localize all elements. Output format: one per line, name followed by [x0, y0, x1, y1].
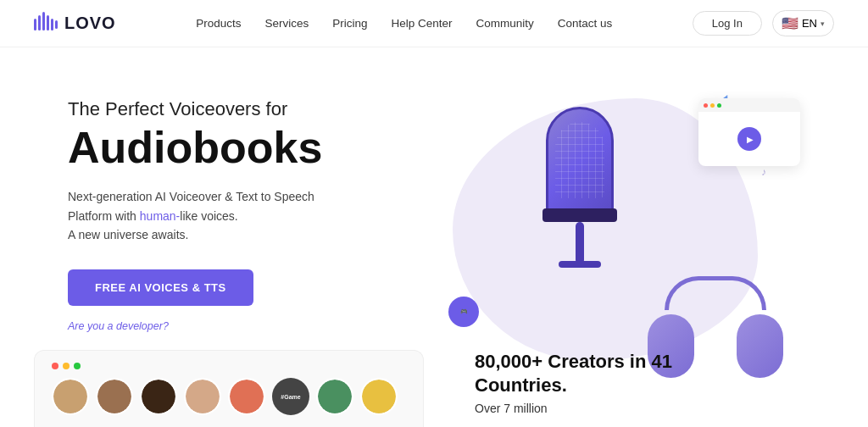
mic-base — [559, 261, 601, 268]
hero-desc-line1: Next-generation AI Voiceover & Text to S… — [68, 190, 314, 203]
hero-description: Next-generation AI Voiceover & Text to S… — [68, 187, 322, 244]
stats-subtitle: Over 7 million — [475, 402, 817, 415]
play-button-icon: ▶ — [737, 127, 761, 151]
nav-help[interactable]: Help Center — [391, 17, 452, 30]
svg-rect-1 — [38, 15, 41, 30]
svg-rect-2 — [42, 12, 45, 30]
avatar-3 — [140, 378, 177, 415]
avatar-1 — [52, 378, 89, 415]
logo[interactable]: LOVO — [34, 12, 116, 36]
win-dot-green — [74, 363, 81, 369]
nav-right: Log In 🇺🇸 EN ▾ — [693, 10, 834, 36]
hero-left: The Perfect Voiceovers for Audiobooks Ne… — [68, 90, 322, 333]
nav-community[interactable]: Community — [476, 17, 534, 30]
music-note-small-icon: ♪ — [761, 166, 766, 178]
logo-text: LOVO — [64, 14, 116, 33]
mic-grid — [555, 122, 604, 198]
headphone-band — [665, 276, 766, 310]
game-tag: #Game — [272, 378, 309, 415]
nav-products[interactable]: Products — [196, 17, 241, 30]
svg-rect-5 — [55, 20, 58, 29]
nav-contact[interactable]: Contact us — [558, 17, 613, 30]
svg-rect-0 — [34, 19, 36, 30]
avatar-list: #Game — [52, 378, 406, 415]
svg-rect-4 — [51, 19, 53, 30]
nav-pricing[interactable]: Pricing — [332, 17, 367, 30]
hero-highlight: human- — [140, 209, 180, 223]
nav-services[interactable]: Services — [264, 17, 309, 30]
mic-stand — [576, 222, 584, 264]
browser-dot-red — [704, 103, 708, 108]
microphone-illustration — [495, 107, 665, 344]
mic-body — [546, 107, 614, 217]
bottom-preview-card: #Game — [34, 350, 424, 427]
stats-section: 80,000+ Creators in 41 Countries. Over 7… — [458, 338, 834, 427]
stats-title: 80,000+ Creators in 41 Countries. — [475, 350, 817, 398]
stats-line1: 80,000+ Creators in 41 — [475, 351, 672, 372]
hero-title: Audiobooks — [68, 124, 322, 172]
avatar-4 — [184, 378, 221, 415]
nav-links: Products Services Pricing Help Center Co… — [196, 17, 612, 30]
language-selector[interactable]: 🇺🇸 EN ▾ — [772, 10, 834, 36]
navbar: LOVO Products Services Pricing Help Cent… — [0, 0, 868, 47]
avatar-7 — [316, 378, 353, 415]
login-button[interactable]: Log In — [693, 11, 762, 36]
flag-icon: 🇺🇸 — [782, 15, 798, 31]
browser-content: ▶ — [698, 112, 800, 166]
browser-dot-yellow — [710, 103, 715, 108]
stats-line2: Countries. — [475, 374, 567, 396]
game-tag-label: #Game — [281, 394, 300, 400]
avatar-5 — [228, 378, 265, 415]
browser-dot-green — [717, 103, 721, 108]
lang-label: EN — [802, 17, 817, 30]
browser-bar — [698, 98, 800, 112]
game-badge-label: 🎮 — [460, 308, 468, 315]
avatar-2 — [96, 378, 133, 415]
avatar-8 — [360, 378, 398, 415]
browser-card: ▶ — [698, 98, 800, 166]
win-dot-red — [52, 363, 58, 369]
hero-desc-inline: like voices. — [180, 209, 237, 223]
win-dot-yellow — [63, 363, 70, 369]
logo-icon — [34, 12, 58, 36]
hero-subtitle: The Perfect Voiceovers for — [68, 98, 322, 120]
bottom-section: #Game 80,000+ Creators in 41 Countries. … — [0, 317, 868, 427]
chevron-down-icon: ▾ — [821, 19, 825, 28]
hero-desc-line3: A new universe awaits. — [68, 228, 188, 241]
mic-band — [542, 208, 617, 222]
window-dots — [52, 363, 406, 369]
cta-button[interactable]: FREE AI Voices & TTS — [68, 269, 253, 306]
svg-rect-3 — [47, 15, 49, 30]
